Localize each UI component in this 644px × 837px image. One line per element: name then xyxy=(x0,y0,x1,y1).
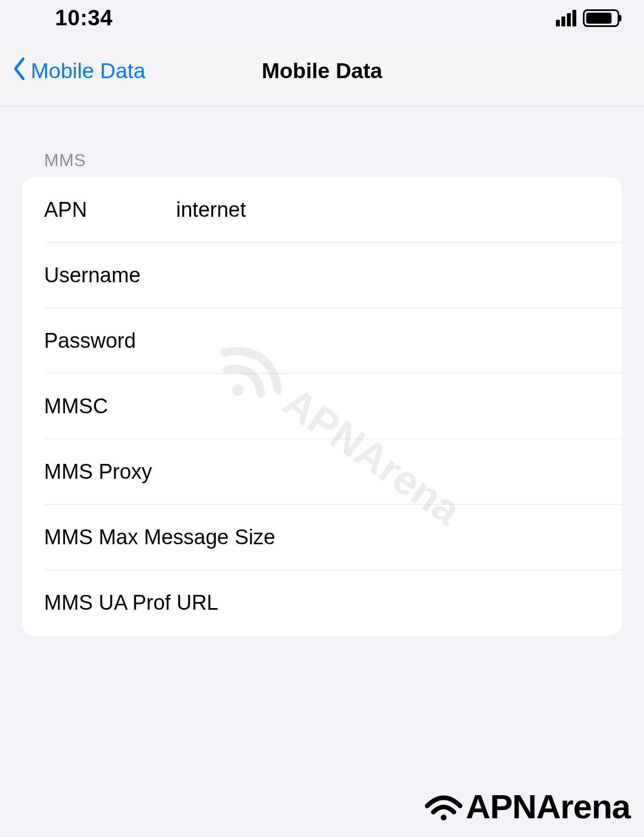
apn-row[interactable]: APN internet xyxy=(22,177,622,243)
svg-point-1 xyxy=(441,814,447,820)
apn-label: APN xyxy=(44,198,176,222)
mms-settings-group: APN internet Username Password MMSC MMS … xyxy=(22,177,622,636)
mms-ua-prof-url-row[interactable]: MMS UA Prof URL xyxy=(22,570,622,636)
mms-max-message-size-row[interactable]: MMS Max Message Size xyxy=(22,505,622,570)
apn-value[interactable]: internet xyxy=(176,198,622,222)
mms-proxy-row[interactable]: MMS Proxy xyxy=(22,439,622,505)
watermark-bottom: APNArena xyxy=(422,787,630,826)
watermark-bottom-text: APNArena xyxy=(466,787,630,826)
page-title: Mobile Data xyxy=(262,59,383,83)
back-button[interactable]: Mobile Data xyxy=(0,57,145,85)
password-row[interactable]: Password xyxy=(22,308,622,374)
navigation-bar: Mobile Data Mobile Data xyxy=(0,36,644,106)
back-label: Mobile Data xyxy=(31,59,145,83)
mms-max-message-size-label: MMS Max Message Size xyxy=(44,526,275,549)
mmsc-row[interactable]: MMSC xyxy=(22,374,622,439)
content-area: MMS APN internet Username Password MMSC … xyxy=(0,106,644,636)
chevron-left-icon xyxy=(12,57,25,85)
status-time: 10:34 xyxy=(55,6,113,30)
section-header-mms: MMS xyxy=(22,106,622,177)
username-row[interactable]: Username xyxy=(22,243,622,308)
status-bar: 10:34 xyxy=(0,0,644,36)
mmsc-label: MMSC xyxy=(44,395,176,418)
username-label: Username xyxy=(44,264,176,287)
cellular-signal-icon xyxy=(556,10,576,26)
battery-icon xyxy=(583,9,619,27)
status-icons xyxy=(556,9,619,27)
mms-proxy-label: MMS Proxy xyxy=(44,460,152,484)
mms-ua-prof-url-label: MMS UA Prof URL xyxy=(44,591,219,615)
password-label: Password xyxy=(44,329,176,353)
wifi-icon xyxy=(422,790,466,823)
